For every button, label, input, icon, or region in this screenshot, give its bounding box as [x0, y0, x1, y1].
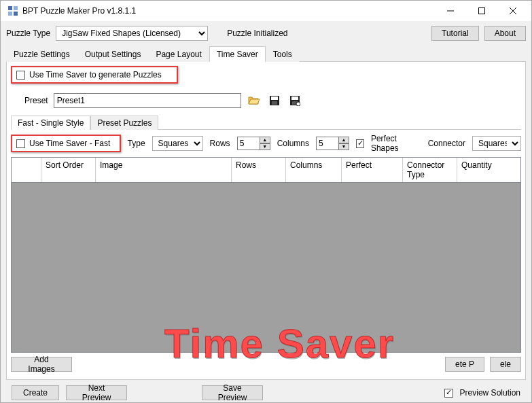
- tutorial-button[interactable]: Tutorial: [431, 26, 479, 41]
- col-rows[interactable]: Rows: [232, 158, 286, 182]
- minimize-button[interactable]: [435, 1, 466, 21]
- svg-rect-10: [272, 101, 277, 105]
- cols-down-icon[interactable]: ▼: [338, 143, 349, 150]
- col-quantity[interactable]: Quantity: [457, 158, 520, 182]
- add-images-button[interactable]: Add Images: [11, 357, 72, 372]
- maximize-button[interactable]: [466, 1, 497, 21]
- puzzle-type-label: Puzzle Type: [6, 29, 50, 38]
- cols-label: Columns: [277, 139, 309, 148]
- app-icon: [7, 5, 18, 16]
- save-as-icon[interactable]: [287, 93, 302, 108]
- cols-spinner[interactable]: ▲▼: [316, 137, 349, 150]
- use-fast-checkbox[interactable]: [16, 139, 25, 148]
- next-preview-button[interactable]: Next Preview: [66, 385, 127, 400]
- partial-button-2[interactable]: ele: [490, 357, 521, 372]
- connector-label: Connector: [428, 139, 465, 148]
- highlight-use-time-saver: Use Time Saver to generate Puzzles: [11, 66, 178, 84]
- svg-rect-9: [271, 97, 278, 100]
- highlight-use-fast: Use Time Saver - Fast: [11, 135, 121, 152]
- connector-select[interactable]: Squares: [472, 136, 521, 151]
- preset-input[interactable]: [54, 93, 241, 108]
- status-text: Puzzle Initialized: [227, 29, 287, 38]
- col-sort[interactable]: Sort Order: [41, 158, 96, 182]
- perfect-shapes-checkbox[interactable]: [356, 139, 364, 148]
- perfect-shapes-label: Perfect Shapes: [371, 134, 421, 153]
- svg-rect-12: [291, 97, 298, 100]
- svg-point-14: [296, 102, 300, 106]
- rows-label: Rows: [210, 139, 230, 148]
- puzzle-type-select[interactable]: JigSaw Fixed Shapes (Licensed): [56, 26, 208, 41]
- subtab-preset-puzzles[interactable]: Preset Puzzles: [90, 116, 158, 130]
- svg-rect-3: [14, 12, 18, 16]
- col-cols[interactable]: Columns: [286, 158, 342, 182]
- tab-page-layout[interactable]: Page Layout: [148, 46, 209, 62]
- col-image[interactable]: Image: [96, 158, 232, 182]
- subtab-fast[interactable]: Fast - Single Style: [11, 116, 90, 130]
- sub-tabs: Fast - Single Style Preset Puzzles: [11, 115, 521, 130]
- svg-rect-0: [8, 6, 12, 10]
- col-connector[interactable]: Connector Type: [403, 158, 457, 182]
- save-icon[interactable]: [267, 93, 282, 108]
- create-button[interactable]: Create: [12, 385, 59, 400]
- tab-tools[interactable]: Tools: [266, 46, 300, 62]
- cols-up-icon[interactable]: ▲: [338, 137, 349, 143]
- col-perfect[interactable]: Perfect: [342, 158, 403, 182]
- tab-puzzle-settings[interactable]: Puzzle Settings: [6, 46, 77, 62]
- rows-down-icon[interactable]: ▼: [260, 143, 270, 150]
- partial-button-1[interactable]: ete P: [445, 357, 484, 372]
- use-time-saver-label: Use Time Saver to generate Puzzles: [29, 70, 162, 80]
- svg-rect-2: [8, 12, 12, 16]
- images-table: Sort Order Image Rows Columns Perfect Co…: [11, 157, 521, 353]
- svg-rect-5: [479, 8, 485, 14]
- col-blank[interactable]: [12, 158, 41, 182]
- close-button[interactable]: [497, 1, 529, 21]
- main-tabs: Puzzle Settings Output Settings Page Lay…: [6, 46, 526, 62]
- svg-rect-1: [14, 6, 18, 10]
- tab-output-settings[interactable]: Output Settings: [77, 46, 149, 62]
- tab-time-saver[interactable]: Time Saver: [209, 46, 266, 62]
- type-label: Type: [128, 139, 145, 148]
- table-body[interactable]: [12, 183, 520, 352]
- save-preview-button[interactable]: Save Preview: [202, 385, 263, 400]
- rows-up-icon[interactable]: ▲: [260, 137, 270, 143]
- rows-spinner[interactable]: ▲▼: [237, 137, 270, 150]
- folder-open-icon[interactable]: [247, 93, 262, 108]
- use-time-saver-checkbox[interactable]: [16, 71, 25, 80]
- use-fast-label: Use Time Saver - Fast: [29, 139, 110, 148]
- preview-solution-checkbox[interactable]: [444, 389, 453, 398]
- type-select[interactable]: Squares: [152, 136, 203, 151]
- about-button[interactable]: About: [484, 26, 526, 41]
- preview-solution-label: Preview Solution: [460, 388, 520, 398]
- window-title: BPT Puzzle Maker Pro v1.8.1.1: [22, 6, 435, 16]
- preset-label: Preset: [24, 96, 48, 105]
